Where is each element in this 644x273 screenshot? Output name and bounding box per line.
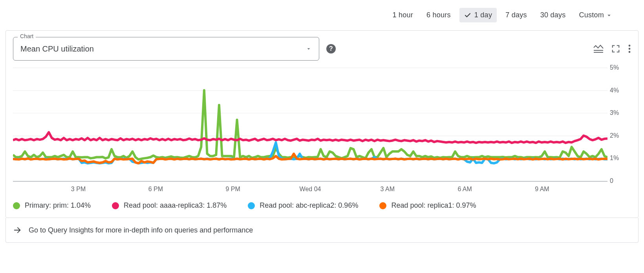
x-tick-label: 3 PM	[71, 186, 86, 193]
series-svg	[13, 68, 607, 181]
time-range-1-hour[interactable]: 1 hour	[388, 8, 418, 22]
legend-toggle-icon[interactable]	[593, 44, 604, 53]
query-insights-link[interactable]: Go to Query Insights for more in-depth i…	[5, 218, 639, 243]
legend-label: Read pool: replica1: 0.97%	[391, 201, 476, 210]
time-range-7-days[interactable]: 7 days	[501, 8, 532, 22]
chart-plot-area: 01%2%3%4%5% 3 PM6 PM9 PMWed 043 AM6 AM9 …	[13, 68, 631, 194]
x-tick-label: 6 AM	[457, 186, 472, 193]
chart-select[interactable]: Mean CPU utilization	[13, 37, 319, 61]
check-icon	[464, 12, 471, 19]
caret-down-icon	[306, 46, 312, 52]
chart-select-label: Chart	[18, 33, 36, 39]
legend-label: Read pool: aaaa-replica3: 1.87%	[124, 201, 227, 210]
svg-point-2	[629, 45, 631, 47]
series-line	[13, 154, 607, 163]
legend-swatch	[248, 202, 255, 209]
more-options-icon[interactable]	[628, 44, 631, 53]
y-tick-label: 4%	[610, 87, 629, 94]
caret-down-icon	[606, 12, 613, 19]
legend-swatch	[379, 202, 386, 209]
y-tick-label: 5%	[610, 64, 629, 71]
legend-label: Primary: prim: 1.04%	[25, 201, 91, 210]
legend-item[interactable]: Read pool: aaaa-replica3: 1.87%	[112, 201, 227, 210]
time-range-custom[interactable]: Custom	[574, 8, 617, 22]
chart-select-value: Mean CPU utilization	[20, 44, 94, 53]
arrow-right-icon	[13, 226, 22, 234]
y-tick-label: 2%	[610, 132, 629, 139]
series-line	[13, 132, 607, 143]
x-tick-label: 3 AM	[381, 186, 395, 193]
help-icon[interactable]: ?	[326, 44, 336, 53]
x-axis-labels: 3 PM6 PM9 PMWed 043 AM6 AM9 AM	[13, 184, 607, 194]
chart-legend: Primary: prim: 1.04%Read pool: aaaa-repl…	[13, 201, 631, 210]
svg-point-4	[629, 51, 631, 53]
chart-select-wrap: Chart Mean CPU utilization ?	[13, 37, 336, 61]
svg-point-3	[629, 48, 631, 50]
time-range-1-day[interactable]: 1 day	[459, 8, 497, 22]
y-tick-label: 0	[610, 177, 629, 184]
time-range-1-day-label: 1 day	[474, 11, 492, 19]
legend-item[interactable]: Read pool: replica1: 0.97%	[379, 201, 476, 210]
time-range-6-hours[interactable]: 6 hours	[422, 8, 456, 22]
x-tick-label: 9 AM	[535, 186, 549, 193]
chart-top-row: Chart Mean CPU utilization ?	[13, 37, 631, 61]
fullscreen-icon[interactable]	[611, 44, 620, 53]
legend-item[interactable]: Read pool: abc-replica2: 0.96%	[248, 201, 358, 210]
x-tick-label: Wed 04	[300, 186, 321, 193]
monitoring-panel: 1 hour 6 hours 1 day 7 days 30 days Cust…	[0, 0, 644, 273]
time-range-selector: 1 hour 6 hours 1 day 7 days 30 days Cust…	[5, 6, 639, 26]
y-tick-label: 1%	[610, 155, 629, 162]
series-line	[13, 90, 607, 160]
time-range-30-days[interactable]: 30 days	[536, 8, 571, 22]
plot[interactable]: 01%2%3%4%5%	[13, 68, 607, 182]
chart-card: Chart Mean CPU utilization ?	[5, 30, 639, 218]
time-range-custom-label: Custom	[579, 11, 604, 19]
legend-label: Read pool: abc-replica2: 0.96%	[260, 201, 358, 210]
legend-swatch	[13, 202, 20, 209]
legend-item[interactable]: Primary: prim: 1.04%	[13, 201, 91, 210]
query-insights-label: Go to Query Insights for more in-depth i…	[29, 226, 253, 234]
legend-swatch	[112, 202, 119, 209]
chart-actions	[593, 44, 631, 53]
y-tick-label: 3%	[610, 109, 629, 116]
x-tick-label: 9 PM	[226, 186, 240, 193]
x-tick-label: 6 PM	[148, 186, 163, 193]
